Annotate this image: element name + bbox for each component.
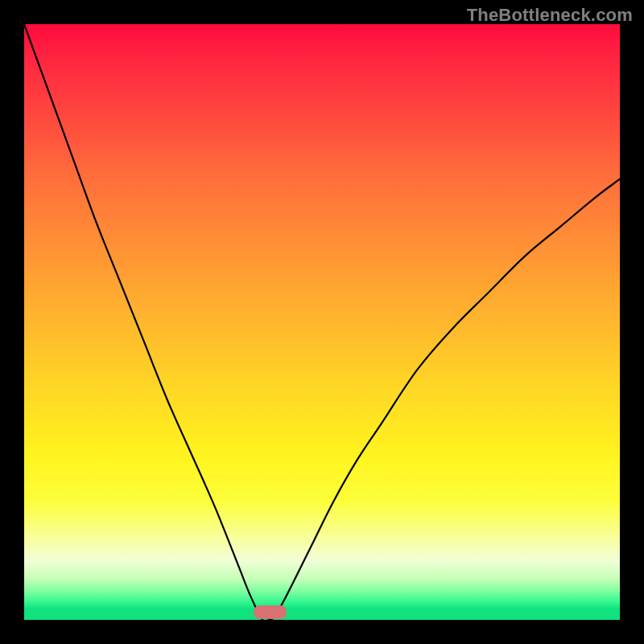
chart-frame: TheBottleneck.com	[0, 0, 644, 644]
watermark-text: TheBottleneck.com	[467, 5, 633, 26]
bottleneck-curve	[24, 24, 620, 620]
plot-area	[24, 24, 620, 620]
optimal-marker	[254, 605, 287, 619]
